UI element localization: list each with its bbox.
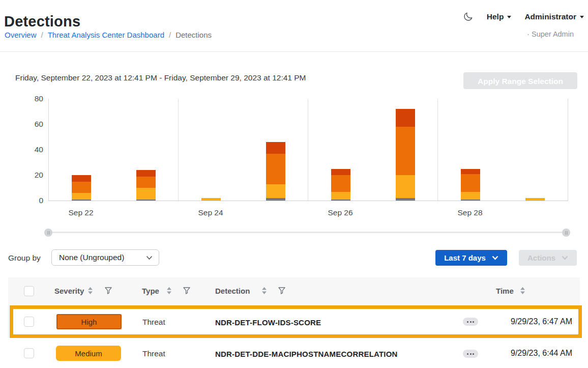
row-actions-ellipsis-button[interactable] — [463, 350, 478, 358]
severity-badge-medium: Medium — [56, 346, 121, 361]
help-menu-label: Help — [487, 12, 504, 21]
bar-segment-gray — [136, 200, 156, 201]
actions-button[interactable]: Actions — [519, 250, 577, 266]
header-divider — [0, 51, 588, 52]
time-range-label: Last 7 days — [444, 253, 486, 262]
x-axis-tick: Sep 22 — [58, 208, 104, 217]
breadcrumb-separator: / — [41, 31, 43, 39]
bar-segment-red-orange — [396, 109, 415, 127]
bar-segment-orange — [331, 175, 350, 192]
sort-icon[interactable] — [520, 287, 525, 295]
y-axis-tick: 80 — [18, 94, 43, 103]
y-axis-tick: 0 — [18, 196, 43, 205]
date-range-label: Friday, September 22, 2023 at 12:41 PM -… — [15, 73, 306, 82]
bar-sep-29[interactable] — [525, 198, 545, 201]
bar-segment-orange — [72, 182, 91, 193]
detection-cell: NDR-DET-FLOW-IDS-SCORE — [215, 318, 321, 327]
bar-sep-23[interactable] — [136, 170, 156, 201]
column-header-detection[interactable]: Detection — [215, 287, 250, 295]
help-menu[interactable]: Help — [487, 12, 512, 21]
breadcrumb-overview[interactable]: Overview — [5, 31, 37, 39]
bar-segment-gray — [72, 200, 91, 201]
bar-sep-26[interactable] — [331, 169, 350, 201]
x-axis-tick: Sep 24 — [188, 208, 233, 217]
range-slider-track[interactable] — [48, 232, 566, 233]
sort-icon[interactable] — [166, 287, 172, 295]
x-axis-tick: Sep 26 — [317, 208, 363, 217]
bar-segment-amber — [331, 192, 350, 200]
caret-down-icon — [507, 16, 511, 18]
time-cell: 9/29/23, 6:47 AM — [488, 317, 572, 326]
column-header-type[interactable]: Type — [142, 287, 159, 295]
bar-sep-25[interactable] — [266, 142, 285, 201]
chart-plot — [48, 99, 568, 201]
bar-segment-amber — [461, 192, 480, 200]
bar-segment-gray — [331, 200, 350, 201]
time-cell: 9/29/23, 6:44 AM — [488, 349, 572, 358]
breadcrumb-dashboard[interactable]: Threat Analysis Center Dashboard — [48, 31, 164, 39]
time-range-button[interactable]: Last 7 days — [435, 250, 507, 266]
range-slider-handle-right[interactable] — [562, 229, 570, 237]
breadcrumb-separator: / — [169, 31, 171, 39]
bar-sep-24[interactable] — [201, 198, 221, 201]
header-actions: Help Administrator — [463, 11, 584, 22]
bar-segment-orange — [461, 174, 480, 192]
row-checkbox[interactable] — [24, 317, 34, 327]
chart-gridline — [437, 99, 438, 201]
bar-segment-amber — [72, 193, 91, 200]
bar-segment-amber — [266, 184, 285, 199]
bar-sep-27[interactable] — [396, 109, 415, 201]
chevron-down-icon — [146, 256, 153, 260]
bar-sep-22[interactable] — [72, 175, 91, 201]
user-menu[interactable]: Administrator — [524, 12, 584, 21]
bar-segment-red-orange — [461, 169, 480, 174]
page-title: Detections — [4, 13, 80, 30]
chevron-down-icon — [562, 256, 568, 260]
bar-segment-red-orange — [331, 169, 350, 176]
chart-gridline — [308, 99, 308, 201]
bar-segment-orange — [136, 177, 156, 188]
breadcrumb: Overview / Threat Analysis Center Dashbo… — [5, 31, 212, 39]
group-by-select[interactable]: None (Ungrouped) — [51, 249, 159, 266]
y-axis-tick: 40 — [18, 145, 43, 154]
bar-segment-red-orange — [136, 170, 156, 177]
x-axis-tick: Sep 28 — [447, 208, 493, 217]
bar-segment-amber — [201, 198, 221, 201]
caret-down-icon — [580, 16, 584, 18]
user-role-label: · Super Admin — [527, 30, 574, 38]
select-all-checkbox[interactable] — [24, 286, 34, 296]
filter-funnel-icon[interactable] — [278, 287, 286, 295]
bar-segment-gray — [461, 200, 480, 201]
group-by-label: Group by — [8, 253, 41, 263]
bar-segment-red-orange — [266, 142, 285, 154]
severity-badge-high: High — [56, 314, 122, 329]
theme-moon-icon[interactable] — [463, 11, 474, 22]
bar-segment-amber — [525, 198, 545, 201]
filter-funnel-icon[interactable] — [183, 287, 191, 295]
chart-gridline — [178, 99, 179, 201]
sort-icon[interactable] — [87, 287, 93, 295]
bar-segment-gray — [266, 198, 285, 201]
sort-icon[interactable] — [261, 287, 267, 295]
actions-label: Actions — [527, 253, 555, 262]
bar-sep-28[interactable] — [461, 169, 480, 201]
user-menu-label: Administrator — [524, 12, 576, 21]
row-checkbox[interactable] — [24, 348, 34, 358]
type-cell: Threat — [142, 349, 165, 358]
filter-funnel-icon[interactable] — [104, 287, 112, 295]
column-header-time[interactable]: Time — [496, 287, 514, 295]
type-cell: Threat — [142, 318, 165, 327]
y-axis-tick: 20 — [18, 171, 43, 180]
range-slider-handle-left[interactable] — [44, 229, 52, 237]
bar-segment-orange — [396, 127, 415, 175]
chevron-down-icon — [492, 256, 498, 260]
bar-segment-orange — [266, 154, 285, 184]
bar-segment-amber — [136, 188, 156, 200]
bar-segment-red-orange — [72, 175, 91, 182]
apply-range-selection-button[interactable]: Apply Range Selection — [463, 72, 577, 89]
column-header-severity[interactable]: Severity — [54, 287, 84, 295]
table-header-row — [8, 277, 580, 305]
breadcrumb-current: Detections — [175, 31, 212, 39]
bar-segment-gray — [396, 198, 415, 201]
row-actions-ellipsis-button[interactable] — [463, 318, 478, 326]
